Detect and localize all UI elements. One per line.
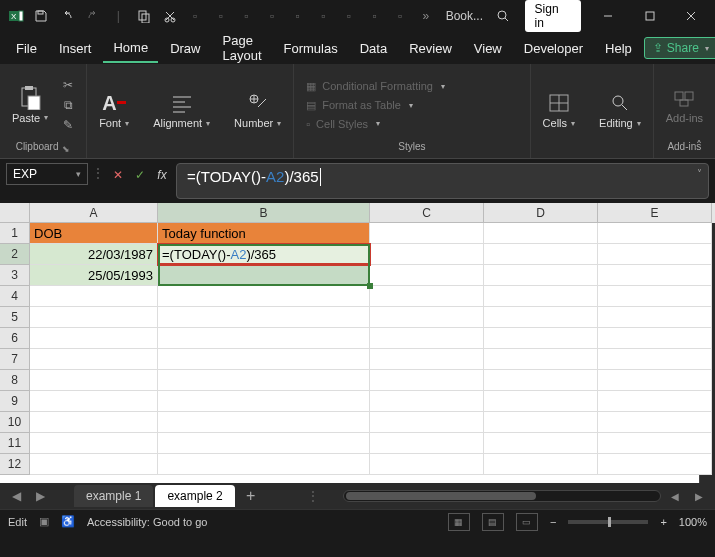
menu-data[interactable]: Data [350,35,397,62]
menu-draw[interactable]: Draw [160,35,210,62]
cell-E1[interactable] [598,223,712,244]
cells-button[interactable]: Cells▾ [539,89,579,131]
expand-formula-bar-icon[interactable]: ˅ [697,168,702,179]
cell-A9[interactable] [30,391,158,412]
cell-B4[interactable] [158,286,370,307]
menu-help[interactable]: Help [595,35,642,62]
cell-A6[interactable] [30,328,158,349]
search-icon[interactable] [491,4,515,28]
spreadsheet-grid[interactable]: ABCDE 123456789101112 DOBToday function2… [0,203,715,483]
enter-formula-button[interactable]: ✓ [130,165,150,185]
cell-C9[interactable] [370,391,484,412]
addins-button[interactable]: Add-ins [662,84,707,126]
cut-small-icon[interactable]: ✂ [58,76,78,94]
row-header-7[interactable]: 7 [0,349,30,370]
name-box[interactable]: EXP ▾ [6,163,88,185]
cell-B7[interactable] [158,349,370,370]
col-header-E[interactable]: E [598,203,712,223]
col-header-C[interactable]: C [370,203,484,223]
row-header-12[interactable]: 12 [0,454,30,475]
cell-E4[interactable] [598,286,712,307]
sheet-nav-next[interactable]: ▶ [30,486,50,506]
row-header-11[interactable]: 11 [0,433,30,454]
qat-item-9[interactable]: ▫ [388,4,412,28]
cell-C11[interactable] [370,433,484,454]
page-break-view-button[interactable]: ▭ [516,513,538,531]
qat-item-6[interactable]: ▫ [312,4,336,28]
cut-icon[interactable] [158,4,182,28]
qat-overflow-icon[interactable]: » [414,4,438,28]
col-header-D[interactable]: D [484,203,598,223]
undo-icon[interactable] [55,4,79,28]
cell-B12[interactable] [158,454,370,475]
cell-C5[interactable] [370,307,484,328]
cell-E11[interactable] [598,433,712,454]
cell-A2[interactable]: 22/03/1987 [30,244,158,265]
sheet-nav-prev[interactable]: ◀ [6,486,26,506]
zoom-level[interactable]: 100% [679,516,707,528]
cancel-formula-button[interactable]: ✕ [108,165,128,185]
cell-A1[interactable]: DOB [30,223,158,244]
cell-E10[interactable] [598,412,712,433]
scroll-right-icon[interactable]: ▶ [689,486,709,506]
menu-home[interactable]: Home [103,34,158,63]
row-header-4[interactable]: 4 [0,286,30,307]
select-all-corner[interactable] [0,203,30,223]
qat-item-1[interactable]: ▫ [183,4,207,28]
cell-D4[interactable] [484,286,598,307]
row-header-1[interactable]: 1 [0,223,30,244]
cell-styles-button[interactable]: ▫Cell Styles▾ [302,116,384,132]
cell-C1[interactable] [370,223,484,244]
zoom-out-button[interactable]: − [550,516,556,528]
cell-D9[interactable] [484,391,598,412]
col-header-A[interactable]: A [30,203,158,223]
collapse-ribbon-icon[interactable]: ˄ [689,138,709,154]
cell-D2[interactable] [484,244,598,265]
cell-C10[interactable] [370,412,484,433]
minimize-button[interactable] [589,2,628,30]
cell-B6[interactable] [158,328,370,349]
save-icon[interactable] [30,4,54,28]
qat-item-2[interactable]: ▫ [209,4,233,28]
clipboard-launcher[interactable]: ⬊ [62,144,70,154]
cell-E8[interactable] [598,370,712,391]
page-layout-view-button[interactable]: ▤ [482,513,504,531]
cell-A10[interactable] [30,412,158,433]
qat-item-8[interactable]: ▫ [363,4,387,28]
cell-B9[interactable] [158,391,370,412]
maximize-button[interactable] [630,2,669,30]
editing-button[interactable]: Editing▾ [595,89,645,131]
cell-E3[interactable] [598,265,712,286]
cell-C3[interactable] [370,265,484,286]
cell-B1[interactable]: Today function [158,223,370,244]
row-header-6[interactable]: 6 [0,328,30,349]
sheet-tab-example-2[interactable]: example 2 [155,485,234,507]
cell-E9[interactable] [598,391,712,412]
cell-A7[interactable] [30,349,158,370]
copy-icon[interactable] [132,4,156,28]
cell-B3[interactable] [158,265,370,286]
cell-C7[interactable] [370,349,484,370]
copy-small-icon[interactable]: ⧉ [58,96,78,114]
cell-A5[interactable] [30,307,158,328]
cell-B5[interactable] [158,307,370,328]
cell-D3[interactable] [484,265,598,286]
chevron-down-icon[interactable]: ▾ [76,169,81,179]
cell-A3[interactable]: 25/05/1993 [30,265,158,286]
cell-A11[interactable] [30,433,158,454]
paste-button[interactable]: Paste▾ [8,84,52,126]
qat-item-3[interactable]: ▫ [235,4,259,28]
row-header-3[interactable]: 3 [0,265,30,286]
row-header-5[interactable]: 5 [0,307,30,328]
redo-icon[interactable] [81,4,105,28]
cell-D12[interactable] [484,454,598,475]
menu-review[interactable]: Review [399,35,462,62]
cell-D6[interactable] [484,328,598,349]
conditional-formatting-button[interactable]: ▦Conditional Formatting▾ [302,78,449,95]
col-header-B[interactable]: B [158,203,370,223]
qat-item-4[interactable]: ▫ [260,4,284,28]
fill-handle[interactable] [367,283,373,289]
cell-E5[interactable] [598,307,712,328]
menu-developer[interactable]: Developer [514,35,593,62]
cell-D5[interactable] [484,307,598,328]
